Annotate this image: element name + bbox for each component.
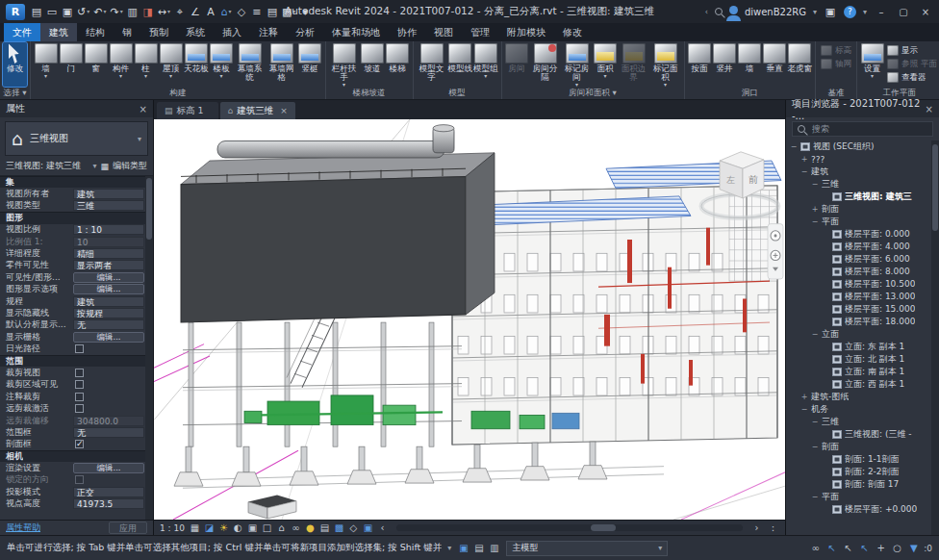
tree-item[interactable]: − 视图 (SEC组织) (786, 140, 939, 153)
property-checkbox[interactable] (75, 344, 84, 353)
browser-search-box[interactable] (792, 121, 933, 137)
select-underlay-elements-icon[interactable]: ↖ (825, 543, 838, 553)
tree-expander-icon[interactable]: − (811, 493, 819, 501)
synchronize-icon[interactable]: ↺ (76, 3, 90, 20)
saved-orientation-icon[interactable]: ⌂ (275, 522, 288, 535)
tree-item[interactable]: 楼层平面: 8.000 (786, 266, 939, 278)
type-selector-chevron-icon[interactable]: ▾ (138, 135, 141, 143)
ribbon-group-label[interactable]: 楼梯坡道 (326, 87, 413, 98)
crop-view-icon[interactable]: ▣ (246, 522, 259, 535)
property-row[interactable]: 图形 (0, 212, 153, 223)
view-tab-level-1[interactable]: ▤ 标高 1 (157, 102, 218, 119)
tree-item[interactable]: − 三维 (786, 178, 939, 191)
analytical-model-icon[interactable]: ▩ (333, 522, 345, 535)
type-selector[interactable]: ⌂ 三维视图 ▾ (5, 121, 148, 156)
edit-button[interactable]: 编辑... (73, 463, 144, 473)
ribbon-group-label[interactable]: 模型 (414, 87, 501, 98)
properties-help-link[interactable]: 属性帮助 (6, 522, 40, 534)
tree-item[interactable]: 立面: 北 副本 1 (786, 353, 939, 366)
transfer-standards-icon[interactable]: ◨ (141, 4, 155, 20)
property-row[interactable]: 远剪裁偏移 304800.0 304800.0 (0, 415, 153, 426)
properties-scrollbar[interactable] (145, 176, 153, 520)
wall-opening-button[interactable]: 墙 ▾ (738, 42, 762, 87)
ribbon-tab[interactable]: 体量和场地 (323, 23, 389, 41)
search-help-icon[interactable] (715, 8, 723, 15)
property-row[interactable]: 详细程度 精细 精细 (0, 247, 153, 259)
property-row[interactable]: 范围框 无 无 (0, 426, 153, 438)
shaft-opening-button[interactable]: 竖井 ▾ (713, 42, 737, 87)
property-row[interactable]: 比例值 1: 10 10 (0, 236, 153, 247)
tree-expander-icon[interactable]: + (800, 393, 808, 401)
render-icon[interactable]: ◇ (235, 4, 248, 20)
tree-item[interactable]: 楼层平面: 0.000 (786, 228, 939, 241)
navigation-bar[interactable] (768, 224, 783, 279)
username[interactable]: diwenB22RG (745, 7, 806, 17)
ramp-button[interactable]: 坡道 ▾ (361, 42, 385, 87)
view-tab-close-icon[interactable]: × (280, 106, 288, 115)
model-canvas[interactable]: 左 前 (154, 119, 785, 520)
door-button[interactable]: 门 ▾ (59, 42, 83, 87)
vertical-opening-button[interactable]: 垂直 ▾ (763, 42, 787, 87)
file-properties-icon[interactable]: ▤ (30, 4, 43, 20)
section-icon[interactable]: ≡ (250, 4, 264, 20)
browser-scrollbar[interactable] (931, 140, 939, 535)
open-icon[interactable]: ▭ (45, 4, 59, 20)
tree-item[interactable]: − 建筑 (786, 165, 939, 178)
ribbon-tab[interactable]: 管理 (462, 23, 498, 41)
viewer-button[interactable]: 查看器 (885, 71, 939, 84)
property-row[interactable]: 裁剪视图 (0, 367, 153, 378)
room-button[interactable]: 房间 ▾ (505, 42, 529, 87)
by-face-opening-button[interactable]: 按面 ▾ (688, 42, 712, 87)
roof-button[interactable]: 屋顶 ▾ (159, 42, 183, 87)
property-checkbox[interactable] (75, 380, 84, 389)
worksets-icon[interactable]: ▤ (472, 543, 485, 553)
select-elements-by-face-icon[interactable]: ↖ (858, 543, 871, 553)
show-crop-region-icon[interactable]: □ (261, 522, 273, 535)
ribbon-tab[interactable]: 系统 (177, 23, 214, 41)
ribbon-group-label[interactable]: 构建 (31, 87, 325, 98)
tree-expander-icon[interactable]: − (800, 167, 808, 176)
property-row[interactable]: 零件可见性 显示两者 显示两者 (0, 260, 153, 271)
property-row[interactable]: 投影模式 正交 正交 (0, 486, 153, 497)
save-icon[interactable]: ▣ (61, 4, 74, 20)
window-button[interactable]: 窗 ▾ (84, 42, 108, 87)
property-row[interactable]: 可见性/图形... 编辑... 编辑... (0, 271, 153, 283)
tree-item[interactable]: 楼层平面: 13.000 (786, 291, 939, 303)
property-row[interactable]: 注释裁剪 (0, 391, 153, 402)
property-row[interactable]: 视图比例 1 : 10 1 : 10 (0, 224, 153, 236)
tree-item[interactable]: 三维视图: (三维 - (786, 428, 939, 441)
tree-expander-icon[interactable]: − (790, 142, 798, 151)
expand-view-bar-icon[interactable]: ‹ (376, 522, 389, 535)
grip-icon[interactable]: : (767, 522, 779, 535)
property-checkbox[interactable] (75, 440, 84, 448)
edit-type-button[interactable]: 编辑类型 (113, 160, 147, 172)
room-separator-button[interactable]: 房间分隔 ▾ (530, 42, 561, 87)
displacement-set-icon[interactable]: ◇ (347, 522, 360, 535)
property-row[interactable]: 日光路径 (0, 343, 153, 354)
visual-style-icon[interactable]: ◪ (203, 522, 216, 535)
tree-item[interactable]: + 建筑-图纸 (786, 391, 939, 403)
scroll-right-icon[interactable]: › (750, 522, 763, 535)
select-links-icon[interactable]: ∞ (809, 543, 822, 553)
tree-item[interactable]: 楼层平面: 18.000 (786, 316, 939, 328)
ribbon-tab[interactable]: 视图 (425, 23, 462, 41)
instance-chevron-icon[interactable]: ▾ (92, 162, 96, 170)
reveal-hidden-elements-icon[interactable]: ● (304, 522, 317, 535)
text-icon[interactable]: A (204, 4, 217, 20)
ribbon-tab[interactable]: 建筑 (40, 23, 77, 41)
background-processes-icon[interactable]: ○ (891, 543, 903, 553)
column-footings[interactable] (174, 442, 664, 519)
model-text-button[interactable]: 模型文字 ▾ (417, 42, 447, 87)
modify-button[interactable]: 修改 ▾ (3, 42, 27, 87)
ribbon-group-label[interactable]: 选择 ▾ (0, 87, 30, 98)
aligned-dimension-icon[interactable]: ⌖ (173, 4, 187, 20)
horizontal-scrollbar[interactable] (396, 524, 743, 531)
reveal-constraints-icon[interactable]: ▣ (362, 522, 374, 535)
wall-button[interactable]: 墙 ▾ (34, 42, 58, 87)
selection-filter-icon[interactable]: ▼ (907, 543, 920, 553)
help-icon[interactable]: ? (844, 6, 856, 18)
select-pinned-elements-icon[interactable]: ↖ (842, 543, 854, 553)
rooftop-plant-box[interactable] (181, 125, 495, 322)
default-3d-view-icon[interactable]: ⌂ (219, 3, 233, 20)
property-row[interactable]: 视图类型 三维 三维 (0, 200, 153, 212)
